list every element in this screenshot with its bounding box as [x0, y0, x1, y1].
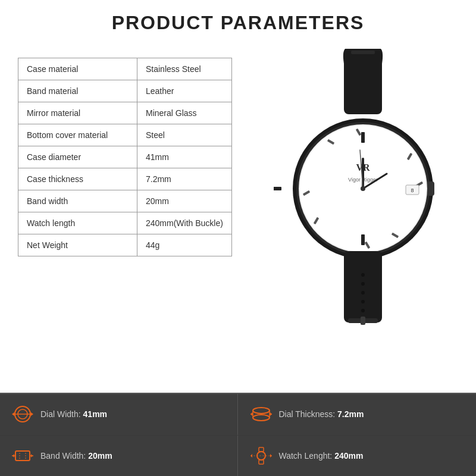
table-row: Band width 20mm: [18, 190, 232, 212]
param-value: 44g: [137, 234, 232, 256]
svg-rect-8: [361, 234, 365, 245]
svg-rect-7: [361, 132, 365, 143]
watch-length-value: 240mm: [334, 451, 363, 461]
param-value: 7.2mm: [137, 168, 232, 190]
band-width-text: Band Width: 20mm: [40, 451, 112, 461]
table-row: Mirror material Mineral Glass: [18, 102, 232, 124]
watch-image: VR Vigor Rigger 8: [274, 46, 452, 343]
param-value: Steel: [137, 124, 232, 146]
table-row: Case diameter 41mm: [18, 146, 232, 168]
svg-point-30: [361, 291, 365, 295]
dial-thickness-text: Dial Thickness: 7.2mm: [279, 409, 364, 419]
svg-marker-60: [270, 454, 272, 458]
svg-rect-34: [361, 317, 365, 325]
param-value: Stainless Steel: [137, 58, 232, 80]
svg-rect-57: [259, 460, 264, 464]
svg-marker-46: [250, 412, 252, 416]
dial-thickness-icon: [250, 403, 272, 425]
svg-point-43: [253, 415, 270, 421]
table-row: Band material Leather: [18, 80, 232, 102]
param-value: 20mm: [137, 190, 232, 212]
svg-rect-0: [344, 49, 382, 114]
param-label: Mirror material: [18, 102, 137, 124]
spec-cell-band-width: Band Width: 20mm: [0, 436, 238, 477]
svg-marker-59: [250, 454, 252, 458]
spec-cell-watch-length: Watch Lenght: 240mm: [239, 436, 477, 477]
svg-point-31: [361, 300, 365, 303]
param-label: Watch length: [18, 212, 137, 234]
param-value: Mineral Glass: [137, 102, 232, 124]
svg-rect-6: [427, 181, 434, 196]
param-label: Bottom cover material: [18, 124, 137, 146]
watch-area: VR Vigor Rigger 8: [268, 46, 458, 343]
svg-marker-47: [270, 412, 272, 416]
table-row: Case thickness 7.2mm: [18, 168, 232, 190]
dial-width-text: Dial Width: 41mm: [40, 409, 107, 419]
param-value: Leather: [137, 80, 232, 102]
param-value: 41mm: [137, 146, 232, 168]
table-row: Case material Stainless Steel: [18, 58, 232, 80]
watch-length-icon: [250, 445, 272, 466]
dial-width-icon: [12, 403, 33, 425]
svg-point-26: [361, 186, 365, 191]
top-section: PRODUCT PARAMETERS Case material Stainle…: [0, 0, 476, 393]
svg-marker-39: [31, 412, 33, 416]
svg-text:8: 8: [411, 187, 414, 193]
param-label: Band width: [18, 190, 137, 212]
param-label: Band material: [18, 80, 137, 102]
svg-marker-38: [12, 412, 14, 416]
band-width-value: 20mm: [88, 451, 112, 461]
content-area: Case material Stainless Steel Band mater…: [18, 46, 458, 387]
table-row: Net Weight 44g: [18, 234, 232, 256]
param-value: 240mm(With Buckle): [137, 212, 232, 234]
svg-point-40: [253, 408, 270, 414]
svg-marker-51: [12, 454, 14, 458]
param-label: Case diameter: [18, 146, 137, 168]
svg-rect-1: [351, 51, 375, 54]
svg-point-32: [361, 309, 365, 312]
band-width-icon: [12, 445, 33, 466]
main-container: PRODUCT PARAMETERS Case material Stainle…: [0, 0, 476, 476]
param-label: Case material: [18, 58, 137, 80]
dial-thickness-value: 7.2mm: [337, 409, 364, 419]
param-label: Case thickness: [18, 168, 137, 190]
watch-length-text: Watch Lenght: 240mm: [279, 451, 364, 461]
svg-point-29: [361, 282, 365, 286]
page-title: PRODUCT PARAMETERS: [18, 12, 458, 34]
dial-width-value: 41mm: [83, 409, 107, 419]
table-row: Bottom cover material Steel: [18, 124, 232, 146]
spec-cell-dial-width: Dial Width: 41mm: [0, 394, 238, 435]
svg-marker-52: [31, 454, 33, 458]
svg-rect-10: [274, 187, 281, 190]
table-row: Watch length 240mm(With Buckle): [18, 212, 232, 234]
spec-cell-dial-thickness: Dial Thickness: 7.2mm: [239, 394, 477, 435]
param-label: Net Weight: [18, 234, 137, 256]
params-table: Case material Stainless Steel Band mater…: [18, 58, 232, 256]
svg-point-28: [361, 273, 365, 277]
svg-rect-48: [15, 451, 30, 461]
bottom-spec-grid: Dial Width: 41mm Dial Thickness: 7.2mm: [0, 393, 476, 476]
svg-rect-56: [259, 447, 264, 452]
